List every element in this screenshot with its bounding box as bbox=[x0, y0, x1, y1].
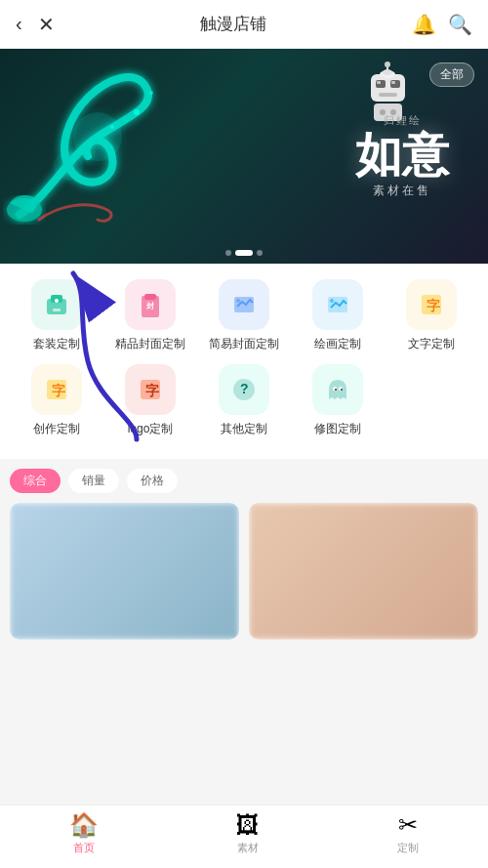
category-row-2: 字 创作定制 字 logo定制 ? bbox=[10, 364, 478, 437]
cat-icon-simple-cover bbox=[219, 279, 269, 330]
svg-rect-13 bbox=[379, 93, 397, 97]
banner-dots bbox=[225, 250, 263, 256]
nav-item-custom[interactable]: ✂ 定制 bbox=[397, 811, 419, 863]
svg-text:字: 字 bbox=[145, 383, 159, 398]
product-card-1[interactable] bbox=[10, 503, 239, 640]
header: ‹ ✕ 触漫店铺 🔔 🔍 bbox=[0, 0, 488, 49]
products-filter: 综合 销量 价格 bbox=[10, 469, 478, 493]
search-icon[interactable]: 🔍 bbox=[448, 13, 472, 36]
header-center: 触漫店铺 bbox=[55, 13, 412, 35]
svg-text:字: 字 bbox=[427, 298, 440, 313]
svg-rect-24 bbox=[144, 294, 156, 300]
svg-rect-22 bbox=[53, 309, 61, 311]
product-image-2 bbox=[249, 503, 478, 640]
banner-subtitle: 归鲤绘 bbox=[355, 113, 449, 128]
svg-rect-12 bbox=[391, 81, 395, 84]
svg-point-2 bbox=[54, 151, 83, 181]
cat-label-creation: 创作定制 bbox=[33, 421, 80, 437]
banner-title: 如意 bbox=[355, 132, 449, 179]
cat-icon-other: ? bbox=[219, 364, 269, 415]
banner-text-area: 归鲤绘 如意 素材在售 bbox=[355, 113, 449, 199]
svg-rect-8 bbox=[371, 74, 405, 102]
cat-item-retouch[interactable]: 修图定制 bbox=[299, 364, 377, 437]
cat-label-logo: logo定制 bbox=[128, 421, 174, 437]
cat-label-premium-cover: 精品封面定制 bbox=[115, 336, 185, 352]
close-button[interactable]: ✕ bbox=[38, 13, 55, 36]
cat-item-other[interactable]: ? 其他定制 bbox=[205, 364, 283, 437]
cat-item-simple-cover[interactable]: 简易封面定制 bbox=[205, 279, 283, 352]
cat-item-logo[interactable]: 字 logo定制 bbox=[111, 364, 189, 437]
cat-label-simple-cover: 简易封面定制 bbox=[209, 336, 279, 352]
cat-icon-retouch bbox=[312, 364, 363, 415]
svg-point-1 bbox=[73, 112, 122, 161]
banner-dragon-svg bbox=[0, 59, 205, 234]
cat-item-drawing[interactable]: 绘画定制 bbox=[299, 279, 377, 352]
svg-point-40 bbox=[335, 389, 337, 391]
bell-icon: 🔔 bbox=[412, 14, 436, 35]
nav-label-custom: 定制 bbox=[397, 841, 419, 855]
svg-text:?: ? bbox=[240, 381, 249, 396]
banner-badge: 全部 bbox=[429, 62, 474, 87]
products-section: 综合 销量 价格 bbox=[0, 459, 488, 649]
bottom-nav: 🏠 首页 🖼 素材 ✂ 定制 bbox=[0, 805, 488, 868]
nav-item-home[interactable]: 🏠 首页 bbox=[69, 811, 99, 863]
dot-3 bbox=[257, 250, 263, 256]
svg-point-27 bbox=[236, 299, 240, 303]
cat-label-drawing: 绘画定制 bbox=[314, 336, 361, 352]
cat-icon-text: 字 bbox=[406, 279, 457, 330]
notification-bell-wrap[interactable]: 🔔 bbox=[412, 13, 436, 36]
svg-point-4 bbox=[149, 91, 153, 95]
dot-2 bbox=[235, 250, 253, 256]
product-card-2[interactable] bbox=[249, 503, 478, 640]
svg-point-21 bbox=[55, 299, 59, 303]
cat-item-suit[interactable]: 套装定制 bbox=[18, 279, 96, 352]
nav-label-home: 首页 bbox=[73, 841, 95, 855]
banner: 全部 归鲤绘 如意 素材在售 bbox=[0, 49, 488, 264]
svg-point-3 bbox=[134, 109, 140, 115]
products-grid bbox=[10, 503, 478, 640]
back-button[interactable]: ‹ bbox=[16, 13, 22, 35]
header-left: ‹ ✕ bbox=[16, 13, 55, 36]
svg-text:字: 字 bbox=[52, 383, 65, 398]
cat-item-premium-cover[interactable]: 封 精品封面定制 bbox=[111, 279, 189, 352]
nav-item-material[interactable]: 🖼 素材 bbox=[236, 811, 260, 863]
svg-point-5 bbox=[110, 125, 114, 129]
filter-price-btn[interactable]: 价格 bbox=[127, 469, 178, 493]
nav-label-material: 素材 bbox=[237, 841, 259, 855]
home-icon: 🏠 bbox=[69, 811, 99, 839]
cat-label-text: 文字定制 bbox=[408, 336, 455, 352]
material-icon: 🖼 bbox=[236, 811, 260, 839]
cat-icon-logo: 字 bbox=[125, 364, 176, 415]
filter-all-btn[interactable]: 综合 bbox=[10, 469, 61, 493]
svg-point-7 bbox=[385, 62, 390, 67]
cat-item-text[interactable]: 字 文字定制 bbox=[392, 279, 470, 352]
dot-1 bbox=[225, 250, 231, 256]
filter-sales-btn[interactable]: 销量 bbox=[68, 469, 119, 493]
page-title: 触漫店铺 bbox=[200, 15, 266, 33]
cat-icon-drawing bbox=[312, 279, 363, 330]
cat-label-retouch: 修图定制 bbox=[314, 421, 361, 437]
svg-rect-11 bbox=[377, 81, 381, 84]
svg-text:封: 封 bbox=[146, 302, 154, 310]
cat-icon-suit bbox=[31, 279, 82, 330]
product-image-1 bbox=[10, 503, 239, 640]
svg-point-41 bbox=[341, 389, 343, 391]
cat-item-creation[interactable]: 字 创作定制 bbox=[18, 364, 96, 437]
cat-icon-premium-cover: 封 bbox=[125, 279, 176, 330]
cat-label-suit: 套装定制 bbox=[33, 336, 80, 352]
svg-point-18 bbox=[383, 69, 392, 75]
svg-point-29 bbox=[330, 299, 334, 303]
cat-icon-creation: 字 bbox=[31, 364, 82, 415]
categories-section: 套装定制 封 精品封面定制 bbox=[0, 264, 488, 459]
banner-desc: 素材在售 bbox=[355, 183, 449, 199]
header-right: 🔔 🔍 bbox=[412, 13, 472, 36]
cat-label-other: 其他定制 bbox=[221, 421, 267, 437]
category-row-1: 套装定制 封 精品封面定制 bbox=[10, 279, 478, 352]
custom-icon: ✂ bbox=[398, 811, 418, 839]
main-scroll: 全部 归鲤绘 如意 素材在售 bbox=[0, 49, 488, 805]
